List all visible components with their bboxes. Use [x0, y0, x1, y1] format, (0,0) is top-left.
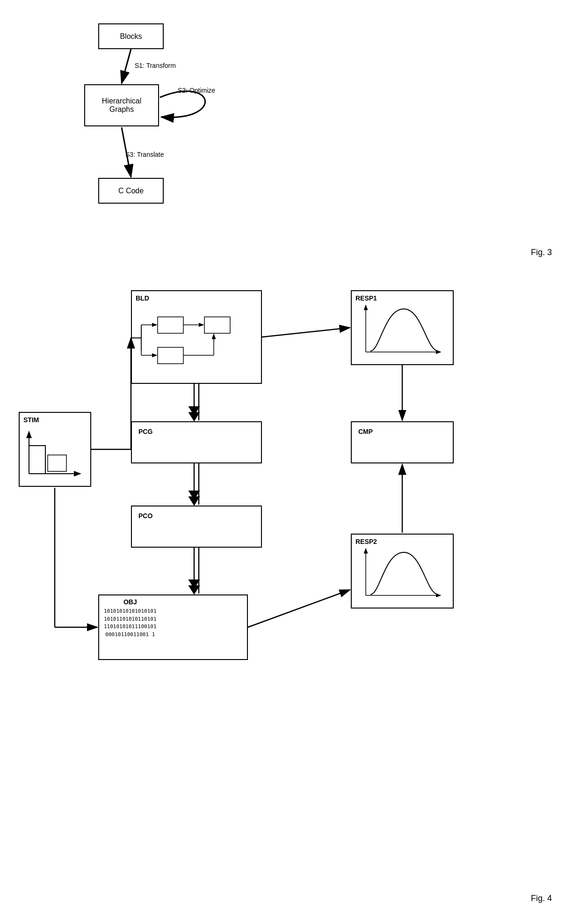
fig3-area: Blocks Hierarchical Graphs C Code: [0, 9, 580, 267]
obj-row1: 10101010101010101: [104, 608, 157, 616]
fig4-resp1-box: RESP1: [351, 290, 454, 365]
fig4-stim-box: STIM: [19, 412, 91, 487]
stim-inner-svg: STIM: [20, 413, 92, 488]
svg-line-39: [262, 328, 350, 337]
svg-rect-11: [48, 455, 66, 471]
page-container: Blocks Hierarchical Graphs C Code: [0, 0, 580, 924]
svg-line-46: [248, 590, 350, 627]
fig4-cmp-label: CMP: [355, 425, 376, 438]
fig4-obj-box: OBJ 10101010101010101 10101101010110101 …: [98, 594, 248, 660]
svg-rect-14: [158, 317, 183, 333]
obj-row4: 00010110011001 1: [104, 631, 157, 639]
obj-row2: 10101101010110101: [104, 616, 157, 623]
fig4-diagram: STIM: [14, 286, 566, 885]
fig4-pcg-box: PCG: [131, 421, 262, 463]
fig4-resp2-box: RESP2: [351, 534, 454, 609]
svg-text:RESP2: RESP2: [355, 538, 377, 545]
fig4-pcg-label: PCG: [136, 425, 155, 438]
fig3-diagram: Blocks Hierarchical Graphs C Code: [75, 19, 309, 243]
fig4-obj-label: OBJ: [104, 598, 157, 606]
fig4-obj-content: OBJ 10101010101010101 10101101010110101 …: [104, 598, 157, 638]
bld-inner-svg: BLD: [132, 291, 263, 385]
svg-rect-17: [158, 347, 183, 364]
fig4-bld-box: BLD: [131, 290, 262, 384]
svg-line-2: [122, 49, 131, 83]
fig3-arrows-svg: S1: Transform S3: Translate S2: Optimize: [75, 19, 309, 243]
fig3-number: Fig. 3: [531, 248, 552, 257]
svg-text:RESP1: RESP1: [355, 294, 377, 302]
fig3-hg-label: Hierarchical Graphs: [102, 97, 141, 114]
svg-text:BLD: BLD: [136, 294, 149, 302]
fig3-ccode-box: C Code: [98, 178, 164, 204]
svg-text:S1: Transform: S1: Transform: [135, 62, 176, 69]
fig3-blocks-box: Blocks: [98, 23, 164, 49]
obj-row3: 11010101011100101: [104, 623, 157, 631]
svg-text:S2: Optimize: S2: Optimize: [178, 87, 215, 94]
fig3-blocks-label: Blocks: [120, 32, 142, 41]
fig4-pco-box: PCO: [131, 506, 262, 548]
svg-line-4: [122, 127, 131, 177]
fig4-number: Fig. 4: [531, 894, 552, 903]
fig4-cmp-box: CMP: [351, 421, 454, 463]
fig3-ccode-label: C Code: [118, 187, 144, 195]
fig3-hg-box: Hierarchical Graphs: [84, 84, 159, 126]
svg-rect-15: [204, 317, 230, 333]
fig4-area: STIM: [0, 276, 580, 913]
resp2-inner-svg: RESP2: [352, 535, 455, 609]
svg-text:S3: Translate: S3: Translate: [125, 151, 164, 158]
svg-text:STIM: STIM: [23, 416, 39, 424]
fig4-obj-data: 10101010101010101 10101101010110101 1101…: [104, 608, 157, 638]
resp1-inner-svg: RESP1: [352, 291, 455, 366]
fig4-pco-label: PCO: [136, 509, 155, 522]
fig4-arrows-svg: [14, 286, 566, 885]
